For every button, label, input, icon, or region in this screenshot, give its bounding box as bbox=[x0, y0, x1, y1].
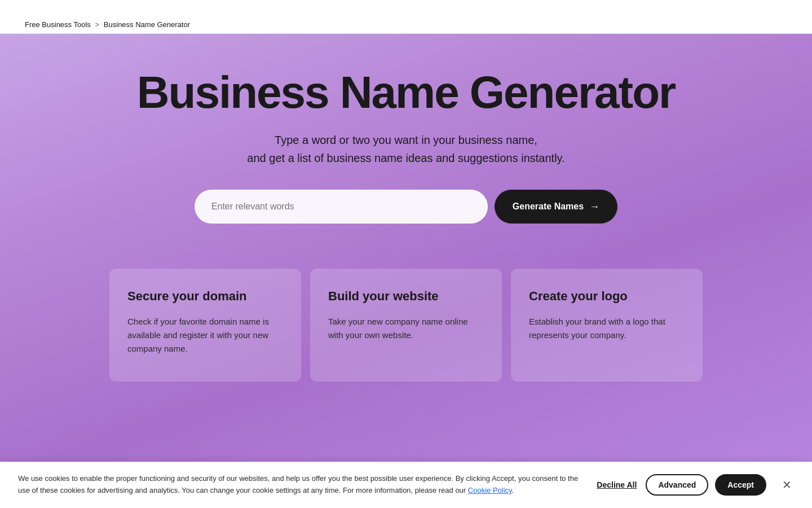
feature-cards-section: Secure your domain Check if your favorit… bbox=[0, 224, 812, 382]
card-domain-desc: Check if your favorite domain name is av… bbox=[127, 315, 283, 356]
card-logo-desc: Establish your brand with a logo that re… bbox=[529, 315, 685, 342]
card-domain-title: Secure your domain bbox=[127, 289, 283, 304]
cookie-close-button[interactable]: ✕ bbox=[780, 477, 794, 493]
generate-names-button[interactable]: Generate Names → bbox=[495, 190, 617, 224]
cookie-text: We use cookies to enable the proper func… bbox=[18, 473, 581, 497]
hero-section: Business Name Generator Type a word or t… bbox=[0, 34, 812, 224]
accept-button[interactable]: Accept bbox=[715, 474, 766, 496]
decline-all-button[interactable]: Decline All bbox=[594, 476, 639, 494]
page-title: Business Name Generator bbox=[14, 68, 798, 117]
breadcrumb-current: Business Name Generator bbox=[104, 20, 190, 29]
feature-card-domain: Secure your domain Check if your favorit… bbox=[109, 269, 301, 382]
feature-card-website: Build your website Take your new company… bbox=[310, 269, 502, 382]
card-website-desc: Take your new company name online with y… bbox=[328, 315, 484, 342]
search-container: Generate Names → bbox=[175, 190, 637, 224]
cookie-banner: We use cookies to enable the proper func… bbox=[0, 462, 812, 508]
arrow-right-icon: → bbox=[589, 201, 599, 213]
breadcrumb-separator: > bbox=[95, 21, 99, 29]
advanced-button[interactable]: Advanced bbox=[646, 474, 708, 496]
cookie-actions: Decline All Advanced Accept bbox=[594, 474, 766, 496]
feature-card-logo: Create your logo Establish your brand wi… bbox=[511, 269, 703, 382]
card-website-title: Build your website bbox=[328, 289, 484, 304]
cookie-policy-link[interactable]: Cookie Policy bbox=[468, 486, 512, 494]
card-logo-title: Create your logo bbox=[529, 289, 685, 304]
main-content: Free Business Tools > Business Name Gene… bbox=[0, 0, 812, 508]
hero-subtitle: Type a word or two you want in your busi… bbox=[226, 131, 586, 167]
search-input[interactable] bbox=[195, 190, 488, 224]
breadcrumb: Free Business Tools > Business Name Gene… bbox=[0, 0, 812, 34]
breadcrumb-parent-link[interactable]: Free Business Tools bbox=[25, 20, 91, 29]
